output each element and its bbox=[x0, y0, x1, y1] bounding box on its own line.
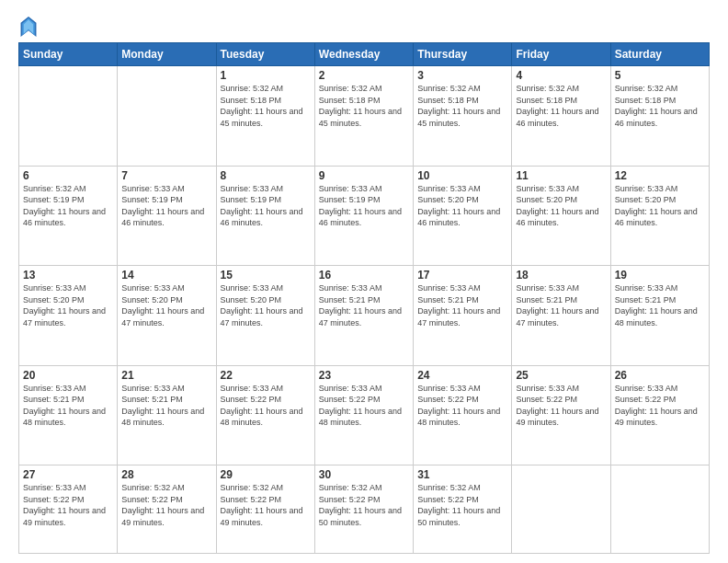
calendar-cell: 8Sunrise: 5:33 AM Sunset: 5:19 PM Daylig… bbox=[216, 166, 314, 266]
day-details: Sunrise: 5:32 AM Sunset: 5:18 PM Dayligh… bbox=[417, 83, 507, 129]
weekday-header: Sunday bbox=[19, 43, 118, 66]
calendar-cell: 2Sunrise: 5:32 AM Sunset: 5:18 PM Daylig… bbox=[314, 66, 413, 167]
weekday-header: Tuesday bbox=[216, 43, 314, 66]
header bbox=[18, 17, 710, 37]
day-number: 6 bbox=[23, 169, 113, 182]
calendar-cell: 16Sunrise: 5:33 AM Sunset: 5:21 PM Dayli… bbox=[314, 266, 413, 366]
day-number: 2 bbox=[319, 69, 409, 82]
day-details: Sunrise: 5:33 AM Sunset: 5:22 PM Dayligh… bbox=[319, 383, 409, 429]
day-details: Sunrise: 5:33 AM Sunset: 5:20 PM Dayligh… bbox=[615, 183, 705, 229]
weekday-header: Thursday bbox=[414, 43, 512, 66]
day-number: 4 bbox=[516, 69, 606, 82]
calendar-cell: 24Sunrise: 5:33 AM Sunset: 5:22 PM Dayli… bbox=[414, 365, 512, 465]
calendar-cell: 10Sunrise: 5:33 AM Sunset: 5:20 PM Dayli… bbox=[414, 166, 512, 266]
day-details: Sunrise: 5:33 AM Sunset: 5:22 PM Dayligh… bbox=[221, 383, 311, 429]
weekday-header: Friday bbox=[512, 43, 610, 66]
day-details: Sunrise: 5:33 AM Sunset: 5:21 PM Dayligh… bbox=[121, 383, 211, 429]
day-number: 28 bbox=[121, 468, 211, 481]
page: SundayMondayTuesdayWednesdayThursdayFrid… bbox=[0, 0, 728, 563]
day-details: Sunrise: 5:33 AM Sunset: 5:22 PM Dayligh… bbox=[516, 383, 606, 429]
day-details: Sunrise: 5:32 AM Sunset: 5:18 PM Dayligh… bbox=[221, 83, 311, 129]
day-number: 22 bbox=[221, 369, 311, 382]
day-number: 24 bbox=[417, 369, 507, 382]
calendar-cell: 15Sunrise: 5:33 AM Sunset: 5:20 PM Dayli… bbox=[216, 266, 314, 366]
day-number: 8 bbox=[221, 169, 311, 182]
calendar-cell: 4Sunrise: 5:32 AM Sunset: 5:18 PM Daylig… bbox=[512, 66, 610, 167]
calendar-cell: 29Sunrise: 5:32 AM Sunset: 5:22 PM Dayli… bbox=[216, 465, 314, 554]
day-details: Sunrise: 5:32 AM Sunset: 5:22 PM Dayligh… bbox=[417, 482, 507, 528]
calendar-week-row: 27Sunrise: 5:33 AM Sunset: 5:22 PM Dayli… bbox=[19, 465, 710, 554]
day-details: Sunrise: 5:33 AM Sunset: 5:19 PM Dayligh… bbox=[319, 183, 409, 229]
calendar-cell bbox=[19, 66, 118, 167]
day-details: Sunrise: 5:33 AM Sunset: 5:20 PM Dayligh… bbox=[121, 282, 211, 328]
day-number: 3 bbox=[417, 69, 507, 82]
day-number: 9 bbox=[319, 169, 409, 182]
calendar-cell: 18Sunrise: 5:33 AM Sunset: 5:21 PM Dayli… bbox=[512, 266, 610, 366]
day-details: Sunrise: 5:33 AM Sunset: 5:21 PM Dayligh… bbox=[319, 282, 409, 328]
day-number: 1 bbox=[221, 69, 311, 82]
day-number: 7 bbox=[121, 169, 211, 182]
weekday-header: Saturday bbox=[610, 43, 709, 66]
calendar-week-row: 1Sunrise: 5:32 AM Sunset: 5:18 PM Daylig… bbox=[19, 66, 710, 167]
day-details: Sunrise: 5:33 AM Sunset: 5:21 PM Dayligh… bbox=[516, 282, 606, 328]
day-number: 30 bbox=[319, 468, 409, 481]
day-details: Sunrise: 5:33 AM Sunset: 5:21 PM Dayligh… bbox=[23, 383, 113, 429]
day-details: Sunrise: 5:32 AM Sunset: 5:18 PM Dayligh… bbox=[319, 83, 409, 129]
day-number: 20 bbox=[23, 369, 113, 382]
calendar-table: SundayMondayTuesdayWednesdayThursdayFrid… bbox=[18, 42, 710, 554]
calendar-cell bbox=[512, 465, 610, 554]
calendar-cell: 28Sunrise: 5:32 AM Sunset: 5:22 PM Dayli… bbox=[118, 465, 216, 554]
calendar-cell: 21Sunrise: 5:33 AM Sunset: 5:21 PM Dayli… bbox=[118, 365, 216, 465]
day-details: Sunrise: 5:32 AM Sunset: 5:19 PM Dayligh… bbox=[23, 183, 113, 229]
day-number: 31 bbox=[417, 468, 507, 481]
day-details: Sunrise: 5:33 AM Sunset: 5:22 PM Dayligh… bbox=[417, 383, 507, 429]
calendar-week-row: 20Sunrise: 5:33 AM Sunset: 5:21 PM Dayli… bbox=[19, 365, 710, 465]
day-details: Sunrise: 5:33 AM Sunset: 5:19 PM Dayligh… bbox=[221, 183, 311, 229]
day-details: Sunrise: 5:32 AM Sunset: 5:22 PM Dayligh… bbox=[319, 482, 409, 528]
day-number: 25 bbox=[516, 369, 606, 382]
day-details: Sunrise: 5:33 AM Sunset: 5:20 PM Dayligh… bbox=[23, 282, 113, 328]
day-details: Sunrise: 5:33 AM Sunset: 5:20 PM Dayligh… bbox=[516, 183, 606, 229]
day-details: Sunrise: 5:33 AM Sunset: 5:21 PM Dayligh… bbox=[615, 282, 705, 328]
day-number: 10 bbox=[417, 169, 507, 182]
day-number: 27 bbox=[23, 468, 113, 481]
day-details: Sunrise: 5:33 AM Sunset: 5:22 PM Dayligh… bbox=[615, 383, 705, 429]
calendar-cell: 17Sunrise: 5:33 AM Sunset: 5:21 PM Dayli… bbox=[414, 266, 512, 366]
day-number: 17 bbox=[417, 269, 507, 282]
calendar-cell: 27Sunrise: 5:33 AM Sunset: 5:22 PM Dayli… bbox=[19, 465, 118, 554]
calendar-cell: 9Sunrise: 5:33 AM Sunset: 5:19 PM Daylig… bbox=[314, 166, 413, 266]
calendar-cell: 6Sunrise: 5:32 AM Sunset: 5:19 PM Daylig… bbox=[19, 166, 118, 266]
calendar-cell: 22Sunrise: 5:33 AM Sunset: 5:22 PM Dayli… bbox=[216, 365, 314, 465]
logo-icon bbox=[20, 17, 37, 37]
calendar-cell: 20Sunrise: 5:33 AM Sunset: 5:21 PM Dayli… bbox=[19, 365, 118, 465]
day-number: 16 bbox=[319, 269, 409, 282]
day-details: Sunrise: 5:32 AM Sunset: 5:18 PM Dayligh… bbox=[516, 83, 606, 129]
calendar-cell: 13Sunrise: 5:33 AM Sunset: 5:20 PM Dayli… bbox=[19, 266, 118, 366]
day-number: 23 bbox=[319, 369, 409, 382]
day-number: 19 bbox=[615, 269, 705, 282]
calendar-cell bbox=[118, 66, 216, 167]
calendar-cell: 23Sunrise: 5:33 AM Sunset: 5:22 PM Dayli… bbox=[314, 365, 413, 465]
day-number: 29 bbox=[221, 468, 311, 481]
day-number: 12 bbox=[615, 169, 705, 182]
weekday-header: Monday bbox=[118, 43, 216, 66]
calendar-cell: 19Sunrise: 5:33 AM Sunset: 5:21 PM Dayli… bbox=[610, 266, 709, 366]
day-details: Sunrise: 5:33 AM Sunset: 5:19 PM Dayligh… bbox=[121, 183, 211, 229]
day-details: Sunrise: 5:33 AM Sunset: 5:20 PM Dayligh… bbox=[417, 183, 507, 229]
weekday-header: Wednesday bbox=[314, 43, 413, 66]
calendar-week-row: 6Sunrise: 5:32 AM Sunset: 5:19 PM Daylig… bbox=[19, 166, 710, 266]
day-details: Sunrise: 5:32 AM Sunset: 5:22 PM Dayligh… bbox=[221, 482, 311, 528]
calendar-cell: 5Sunrise: 5:32 AM Sunset: 5:18 PM Daylig… bbox=[610, 66, 709, 167]
day-number: 26 bbox=[615, 369, 705, 382]
calendar-cell bbox=[610, 465, 709, 554]
calendar-cell: 11Sunrise: 5:33 AM Sunset: 5:20 PM Dayli… bbox=[512, 166, 610, 266]
day-details: Sunrise: 5:32 AM Sunset: 5:18 PM Dayligh… bbox=[615, 83, 705, 129]
calendar-cell: 1Sunrise: 5:32 AM Sunset: 5:18 PM Daylig… bbox=[216, 66, 314, 167]
day-number: 21 bbox=[121, 369, 211, 382]
logo bbox=[18, 17, 37, 37]
calendar-week-row: 13Sunrise: 5:33 AM Sunset: 5:20 PM Dayli… bbox=[19, 266, 710, 366]
day-details: Sunrise: 5:32 AM Sunset: 5:22 PM Dayligh… bbox=[121, 482, 211, 528]
calendar-cell: 26Sunrise: 5:33 AM Sunset: 5:22 PM Dayli… bbox=[610, 365, 709, 465]
day-details: Sunrise: 5:33 AM Sunset: 5:21 PM Dayligh… bbox=[417, 282, 507, 328]
calendar-cell: 31Sunrise: 5:32 AM Sunset: 5:22 PM Dayli… bbox=[414, 465, 512, 554]
